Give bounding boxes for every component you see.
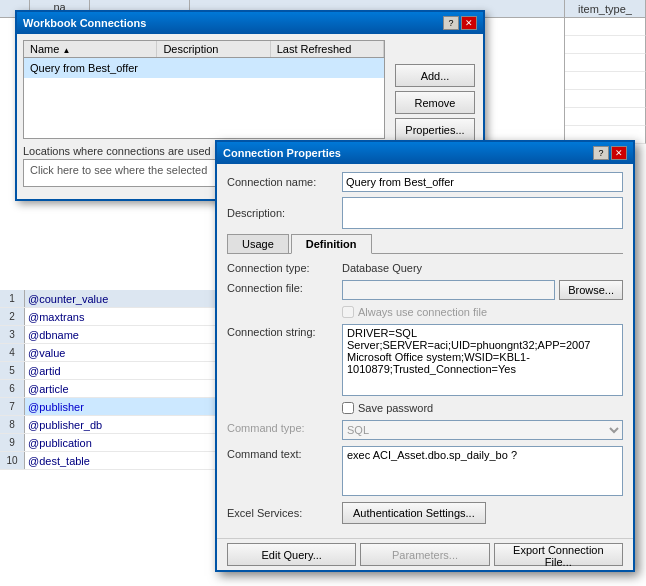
add-button[interactable]: Add... — [395, 64, 475, 87]
list-item: 8 @publisher_db — [0, 416, 215, 434]
auth-settings-button[interactable]: Authentication Settings... — [342, 502, 486, 524]
cmd-type-row: Command type: SQL — [227, 420, 623, 440]
cp-content: Connection name: Description: Usage Defi… — [217, 164, 633, 538]
save-password-label: Save password — [358, 402, 433, 414]
wb-col-last-refreshed: Last Last RefreshedRefreshed — [271, 41, 384, 57]
connection-properties-dialog: Connection Properties ? ✕ Connection nam… — [215, 140, 635, 572]
list-item: 2 @maxtrans — [0, 308, 215, 326]
conn-file-input[interactable] — [342, 280, 555, 300]
wb-col-name: Name ▲ — [24, 41, 157, 57]
conn-name-row: Connection name: — [227, 172, 623, 192]
save-password-checkbox[interactable] — [342, 402, 354, 414]
list-item: 10 @dest_table — [0, 452, 215, 470]
save-password-row: Save password — [342, 402, 623, 414]
right-col-cell — [565, 18, 646, 36]
cp-help-button[interactable]: ? — [593, 146, 609, 160]
wb-close-button[interactable]: ✕ — [461, 16, 477, 30]
wb-title-bar: Workbook Connections ? ✕ — [17, 12, 483, 34]
sort-arrow-icon: ▲ — [62, 46, 70, 55]
export-conn-button[interactable]: Export Connection File... — [494, 543, 623, 566]
browse-button[interactable]: Browse... — [559, 280, 623, 300]
excel-services-label: Excel Services: — [227, 507, 342, 519]
cp-tabs: Usage Definition — [227, 234, 623, 254]
conn-file-label: Connection file: — [227, 280, 342, 294]
conn-type-value: Database Query — [342, 260, 422, 274]
list-item: 5 @artid — [0, 362, 215, 380]
cp-close-button[interactable]: ✕ — [611, 146, 627, 160]
parameters-button[interactable]: Parameters... — [360, 543, 489, 566]
list-item: 7 @publisher — [0, 398, 215, 416]
always-use-row: Always use connection file — [342, 306, 623, 318]
cp-title-buttons: ? ✕ — [593, 146, 627, 160]
list-item: 4 @value — [0, 344, 215, 362]
right-col-cells — [565, 18, 646, 144]
list-item: 6 @article — [0, 380, 215, 398]
conn-string-row: Connection string: — [227, 324, 623, 396]
desc-label: Description: — [227, 207, 342, 219]
right-col-cell — [565, 90, 646, 108]
list-item: 1 @counter_value — [0, 290, 215, 308]
list-item: 3 @dbname — [0, 326, 215, 344]
conn-string-textarea[interactable] — [342, 324, 623, 396]
right-col-cell — [565, 72, 646, 90]
cp-title-text: Connection Properties — [223, 147, 341, 159]
conn-type-label: Connection type: — [227, 260, 342, 274]
wb-row-description — [158, 60, 271, 76]
sidebar-list: 1 @counter_value 2 @maxtrans 3 @dbname 4… — [0, 290, 215, 470]
conn-type-row: Connection type: Database Query — [227, 260, 623, 274]
desc-input[interactable] — [342, 197, 623, 229]
conn-name-label: Connection name: — [227, 176, 342, 188]
right-column: item_type_ — [564, 0, 646, 144]
cmd-text-textarea[interactable] — [342, 446, 623, 496]
conn-file-browse: Browse... — [342, 280, 623, 300]
wb-row-name: Query from Best_offer — [24, 60, 158, 76]
cmd-text-row: Command text: — [227, 446, 623, 496]
always-use-checkbox[interactable] — [342, 306, 354, 318]
right-col-cell — [565, 54, 646, 72]
wb-table-header: Name ▲ Description Last Last RefreshedRe… — [24, 41, 384, 58]
right-col-cell — [565, 36, 646, 54]
wb-help-button[interactable]: ? — [443, 16, 459, 30]
cmd-text-label: Command text: — [227, 446, 342, 460]
right-col-cell — [565, 108, 646, 126]
conn-file-row: Connection file: Browse... — [227, 280, 623, 300]
excel-services-row: Excel Services: Authentication Settings.… — [227, 502, 623, 524]
wb-connections-table: Name ▲ Description Last Last RefreshedRe… — [23, 40, 385, 139]
list-item: 9 @publication — [0, 434, 215, 452]
tab-definition[interactable]: Definition — [291, 234, 372, 254]
wb-side-buttons: Add... Remove Properties... — [395, 64, 475, 141]
cmd-type-select[interactable]: SQL — [342, 420, 623, 440]
cmd-type-label: Command type: — [227, 420, 342, 434]
properties-button[interactable]: Properties... — [395, 118, 475, 141]
always-use-label: Always use connection file — [358, 306, 487, 318]
wb-col-description: Description — [157, 41, 270, 57]
wb-title-text: Workbook Connections — [23, 17, 146, 29]
conn-name-input[interactable] — [342, 172, 623, 192]
wb-row-last-refreshed — [271, 60, 384, 76]
wb-table-empty — [24, 78, 384, 138]
remove-button[interactable]: Remove — [395, 91, 475, 114]
tab-usage[interactable]: Usage — [227, 234, 289, 253]
cp-title-bar: Connection Properties ? ✕ — [217, 142, 633, 164]
cp-bottom-buttons: Edit Query... Parameters... Export Conne… — [217, 538, 633, 570]
item-type-header: item_type_ — [565, 0, 646, 18]
conn-string-label: Connection string: — [227, 324, 342, 338]
wb-table-row[interactable]: Query from Best_offer — [24, 58, 384, 78]
edit-query-button[interactable]: Edit Query... — [227, 543, 356, 566]
wb-title-buttons: ? ✕ — [443, 16, 477, 30]
desc-row: Description: — [227, 197, 623, 229]
